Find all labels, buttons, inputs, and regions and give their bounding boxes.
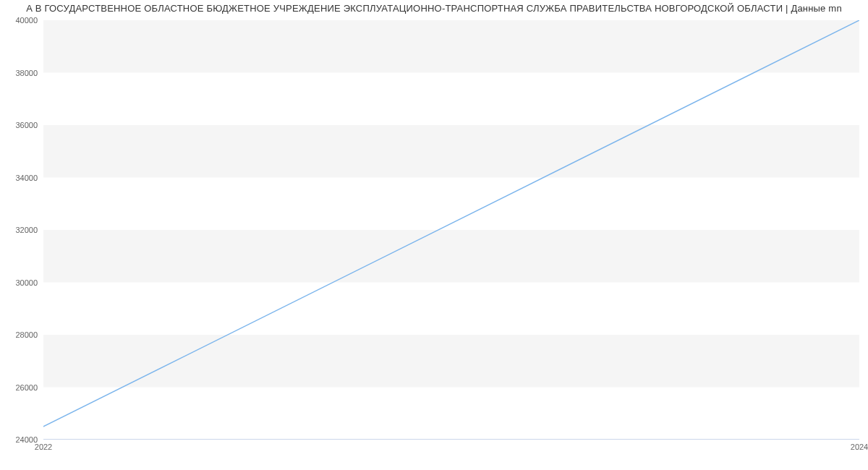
x-tick-label: 2024 <box>851 443 868 451</box>
y-tick-label: 40000 <box>15 16 43 25</box>
grid-band <box>43 20 859 73</box>
y-tick-label: 32000 <box>15 226 43 234</box>
y-tick-label: 38000 <box>15 69 43 77</box>
grid-band <box>43 125 859 178</box>
chart-svg <box>43 20 859 440</box>
chart-container: А В ГОСУДАРСТВЕННОЕ ОБЛАСТНОЕ БЮДЖЕТНОЕ … <box>0 0 868 470</box>
grid-band <box>43 230 859 283</box>
y-tick-label: 28000 <box>15 330 43 339</box>
chart-title: А В ГОСУДАРСТВЕННОЕ ОБЛАСТНОЕ БЮДЖЕТНОЕ … <box>0 3 868 14</box>
y-tick-label: 34000 <box>15 174 43 182</box>
plot-area: 2400026000280003000032000340003600038000… <box>43 20 859 440</box>
y-tick-label: 26000 <box>15 383 43 392</box>
y-tick-label: 30000 <box>15 278 43 287</box>
y-tick-label: 36000 <box>15 121 43 129</box>
grid-band <box>43 335 859 388</box>
x-tick-label: 2022 <box>35 443 52 451</box>
